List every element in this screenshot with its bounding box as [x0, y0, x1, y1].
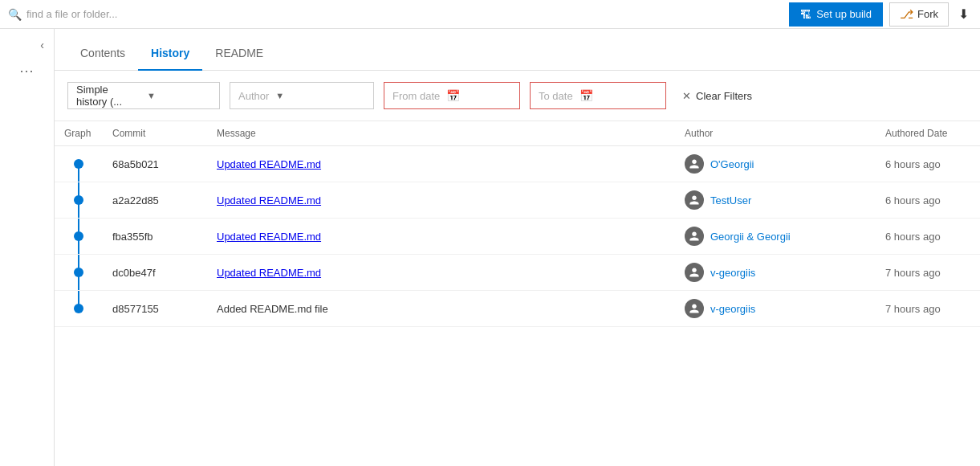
author-info: Georgii & Georgii: [685, 227, 866, 246]
author-name[interactable]: v-georgiis: [710, 267, 755, 279]
commit-message-cell: Added README.md file: [207, 291, 675, 327]
clear-filters-label: Clear Filters: [696, 90, 752, 102]
history-type-filter[interactable]: Simple history (... ▼: [67, 82, 220, 109]
commit-message-link[interactable]: Updated README.md: [217, 231, 321, 243]
graph-cell: [55, 255, 103, 291]
commit-message-link[interactable]: Updated README.md: [217, 158, 321, 170]
fork-icon: ⎇: [900, 7, 913, 22]
author-info: TestUser: [685, 190, 866, 210]
author-cell: Georgii & Georgii: [675, 219, 876, 255]
commit-hash-cell: dc0be47f: [103, 255, 207, 291]
tab-contents[interactable]: Contents: [67, 37, 138, 71]
setup-build-label: Set up build: [816, 8, 872, 20]
graph-svg: [71, 182, 87, 218]
from-date-calendar-icon: 📅: [446, 89, 460, 102]
author-info: O'Georgii: [685, 154, 866, 174]
search-area: 🔍 find a file or folder...: [0, 8, 117, 21]
authored-date: 7 hours ago: [885, 267, 941, 279]
commit-message-cell: Updated README.md: [207, 182, 675, 219]
author-name[interactable]: v-georgiis: [710, 303, 755, 315]
authored-date-cell: 7 hours ago: [876, 291, 980, 327]
search-placeholder-text: find a file or folder...: [26, 8, 117, 20]
graph-svg: [71, 219, 87, 254]
author-name[interactable]: Georgii & Georgii: [710, 231, 791, 243]
author-info: v-georgiis: [685, 299, 866, 318]
fork-label: Fork: [917, 8, 938, 20]
tab-history[interactable]: History: [138, 37, 202, 71]
avatar: [685, 263, 704, 282]
graph-cell: [55, 146, 103, 182]
to-date-calendar-icon: 📅: [579, 89, 593, 102]
avatar: [685, 299, 704, 318]
tab-readme[interactable]: README: [202, 37, 276, 71]
authored-date-cell: 7 hours ago: [876, 255, 980, 291]
svg-point-3: [74, 195, 83, 205]
clear-filters-button[interactable]: ✕ Clear Filters: [676, 85, 758, 107]
setup-build-icon: 🏗: [800, 8, 811, 21]
content-area: Contents History README Simple history (…: [55, 29, 980, 466]
table-header-row: Graph Commit Message Author Authored Dat…: [55, 121, 980, 146]
commit-message-link[interactable]: Updated README.md: [217, 267, 321, 279]
to-date-filter[interactable]: To date 📅: [530, 82, 666, 109]
graph-svg: [71, 146, 87, 182]
col-graph: Graph: [55, 121, 103, 146]
commit-hash-cell: fba355fb: [103, 219, 207, 255]
author-cell: v-georgiis: [675, 255, 876, 291]
main-layout: ‹ ··· Contents History README Simple his…: [0, 29, 980, 466]
clear-filters-x-icon: ✕: [682, 90, 691, 102]
commit-message-cell: Updated README.md: [207, 219, 675, 255]
authored-date: 6 hours ago: [885, 231, 941, 243]
commit-hash: 68a5b021: [112, 158, 159, 170]
commit-hash-cell: 68a5b021: [103, 146, 207, 182]
sidebar-collapse-area: ‹: [0, 35, 54, 55]
commit-hash: dc0be47f: [112, 267, 156, 279]
search-icon: 🔍: [8, 8, 22, 21]
authored-date: 7 hours ago: [885, 303, 941, 315]
svg-point-7: [74, 268, 83, 277]
from-date-label: From date: [392, 90, 440, 102]
avatar: [685, 190, 704, 210]
top-bar: 🔍 find a file or folder... 🏗 Set up buil…: [0, 0, 980, 29]
history-type-label: Simple history (...: [76, 84, 140, 108]
col-author: Author: [675, 121, 876, 146]
authored-date-cell: 6 hours ago: [876, 182, 980, 219]
setup-build-button[interactable]: 🏗 Set up build: [789, 2, 883, 27]
filter-bar: Simple history (... ▼ Author ▼ From date…: [55, 71, 980, 121]
commit-hash: fba355fb: [112, 231, 153, 243]
col-message: Message: [207, 121, 675, 146]
commit-hash-cell: d8577155: [103, 291, 207, 327]
download-button[interactable]: ⬇: [955, 3, 972, 25]
from-date-filter[interactable]: From date 📅: [384, 82, 520, 109]
sidebar-more-button[interactable]: ···: [16, 59, 37, 83]
commit-message-cell: Updated README.md: [207, 255, 675, 291]
col-commit: Commit: [103, 121, 207, 146]
graph-cell: [55, 219, 103, 255]
commit-hash: d8577155: [112, 303, 159, 315]
graph-cell: [55, 182, 103, 219]
col-authored-date: Authored Date: [876, 121, 980, 146]
author-cell: v-georgiis: [675, 291, 876, 327]
graph-svg: [71, 291, 87, 326]
author-cell: TestUser: [675, 182, 876, 219]
author-chevron-icon: ▼: [275, 91, 284, 100]
author-filter[interactable]: Author ▼: [230, 82, 374, 109]
table-row: d8577155Added README.md filev-georgiis7 …: [55, 291, 980, 327]
authored-date: 6 hours ago: [885, 158, 941, 170]
svg-point-1: [74, 159, 83, 169]
history-type-chevron-icon: ▼: [147, 91, 211, 100]
author-name[interactable]: TestUser: [710, 194, 751, 206]
commit-message-cell: Updated README.md: [207, 146, 675, 182]
commit-message-link[interactable]: Updated README.md: [217, 194, 321, 206]
commit-message-text: Added README.md file: [217, 303, 328, 315]
svg-point-9: [74, 304, 83, 313]
graph-cell: [55, 291, 103, 327]
authored-date: 6 hours ago: [885, 194, 941, 206]
tabs-bar: Contents History README: [55, 29, 980, 71]
fork-button[interactable]: ⎇ Fork: [889, 2, 949, 27]
sidebar-collapse-button[interactable]: ‹: [37, 35, 47, 55]
commit-table: Graph Commit Message Author Authored Dat…: [55, 121, 980, 327]
author-name[interactable]: O'Georgii: [710, 158, 754, 170]
authored-date-cell: 6 hours ago: [876, 146, 980, 182]
authored-date-cell: 6 hours ago: [876, 219, 980, 255]
commit-hash: a2a22d85: [112, 194, 159, 206]
